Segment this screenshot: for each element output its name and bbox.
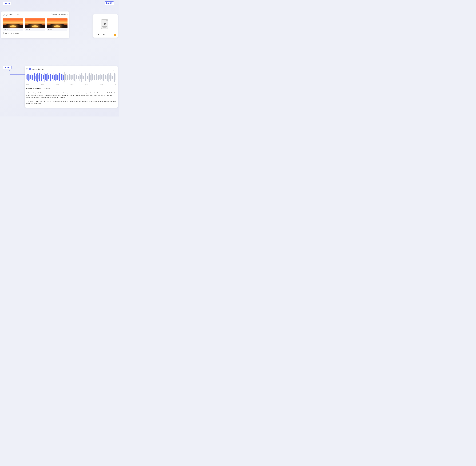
svg-rect-106	[91, 75, 91, 80]
svg-rect-139	[112, 74, 112, 81]
svg-rect-43	[50, 74, 51, 81]
svg-rect-82	[75, 73, 75, 82]
dicom-card: ✱ seriesName-003 i	[93, 14, 118, 37]
frame-item-2: Frame	[47, 18, 68, 31]
svg-rect-22	[37, 75, 37, 80]
svg-rect-35	[45, 74, 46, 81]
svg-rect-13	[31, 74, 31, 81]
svg-rect-0	[6, 14, 7, 15]
svg-rect-66	[65, 76, 65, 79]
svg-rect-39	[48, 75, 48, 80]
frame-thumbnail-0	[3, 18, 23, 28]
svg-rect-128	[105, 73, 105, 82]
svg-rect-58	[60, 75, 60, 80]
timeline-00-20: 00:20	[41, 83, 44, 85]
expand-button[interactable]	[113, 68, 116, 71]
svg-rect-89	[80, 74, 80, 81]
svg-rect-50	[55, 75, 55, 79]
svg-rect-116	[97, 73, 97, 82]
video-checkbox[interactable]	[3, 14, 4, 16]
frame-label-0: Frame 0	[3, 28, 23, 31]
svg-rect-48	[54, 73, 54, 82]
svg-rect-117	[97, 76, 98, 79]
svg-rect-37	[47, 74, 47, 81]
svg-rect-61	[62, 76, 62, 79]
svg-rect-21	[36, 74, 37, 81]
svg-rect-85	[77, 74, 77, 81]
svg-rect-10	[29, 75, 30, 80]
svg-rect-9	[28, 74, 29, 81]
svg-rect-63	[63, 75, 64, 80]
svg-rect-76	[71, 75, 71, 80]
svg-rect-123	[101, 75, 102, 79]
svg-rect-87	[78, 76, 79, 79]
play-button[interactable]	[29, 68, 31, 70]
frame-label-1: Frame 1	[25, 28, 45, 31]
svg-rect-62	[63, 74, 63, 81]
svg-rect-67	[65, 74, 66, 81]
svg-rect-45	[52, 73, 52, 82]
timeline-00-10: 00:10	[26, 83, 29, 85]
tab-custom-transcription[interactable]: customTranscription	[26, 87, 41, 90]
audio-label-text: Audio	[5, 66, 10, 68]
svg-rect-98	[85, 73, 86, 82]
video-card-footer: + Video frame analytics	[3, 33, 68, 37]
view-all-frames-button[interactable]: View all 4397 frames	[51, 13, 68, 16]
svg-rect-96	[84, 74, 84, 81]
svg-rect-30	[42, 74, 42, 81]
svg-rect-25	[39, 74, 39, 81]
svg-rect-145	[116, 74, 116, 81]
svg-rect-111	[94, 74, 94, 81]
svg-rect-97	[85, 74, 85, 81]
info-badge[interactable]: i	[114, 34, 116, 36]
waveform-svg	[26, 72, 116, 82]
tab-analytics[interactable]: Analytics	[44, 87, 50, 90]
frame-item-1: Frame 1	[25, 18, 45, 31]
svg-rect-74	[70, 73, 70, 82]
dicom-document-icon: ✱	[101, 19, 110, 30]
svg-rect-77	[72, 73, 72, 82]
svg-rect-55	[58, 75, 59, 79]
svg-rect-17	[34, 75, 34, 79]
svg-rect-16	[33, 74, 33, 81]
dicom-card-footer: seriesName-003 i	[94, 34, 116, 36]
svg-rect-80	[74, 76, 74, 79]
dicom-label-text: DICOM	[106, 2, 113, 4]
svg-rect-107	[91, 73, 92, 82]
tab-custom-transcription-label: customTranscription	[26, 88, 41, 89]
audio-card: sunset-001.mp4	[25, 66, 118, 108]
svg-rect-4	[102, 26, 107, 27]
svg-rect-114	[95, 75, 96, 79]
svg-rect-20	[36, 76, 36, 79]
svg-rect-42	[50, 76, 50, 79]
plus-icon: +	[3, 33, 4, 34]
svg-rect-112	[94, 75, 95, 80]
transcription-content: As the sun begins its descent, the sky i…	[26, 92, 116, 105]
video-card-header-left: sunset-001.mp4	[3, 14, 20, 16]
frame-label-2: Frame	[47, 28, 68, 31]
svg-rect-135	[109, 75, 109, 79]
svg-rect-27	[40, 75, 40, 80]
svg-rect-7	[27, 74, 28, 81]
svg-rect-143	[114, 73, 115, 82]
audio-tabs: customTranscription Analytics	[26, 87, 116, 90]
analytics-row: + Video frame analytics	[3, 33, 68, 34]
waveform-container	[26, 72, 116, 82]
svg-rect-6	[27, 75, 27, 79]
audio-checkbox[interactable]	[26, 68, 28, 70]
video-card-header: sunset-001.mp4 View all 4397 frames	[3, 13, 68, 16]
svg-rect-49	[54, 75, 55, 80]
svg-rect-140	[112, 76, 113, 79]
dicom-label-tag: DICOM	[105, 1, 114, 5]
svg-rect-59	[61, 75, 61, 79]
svg-rect-119	[99, 74, 99, 81]
svg-rect-132	[107, 74, 107, 81]
svg-text:✱: ✱	[103, 22, 106, 25]
svg-rect-141	[113, 74, 113, 81]
svg-rect-78	[72, 75, 73, 79]
svg-rect-84	[76, 75, 77, 79]
svg-rect-110	[93, 75, 94, 79]
svg-rect-81	[74, 74, 75, 81]
svg-rect-144	[115, 75, 115, 79]
svg-rect-32	[43, 75, 44, 79]
